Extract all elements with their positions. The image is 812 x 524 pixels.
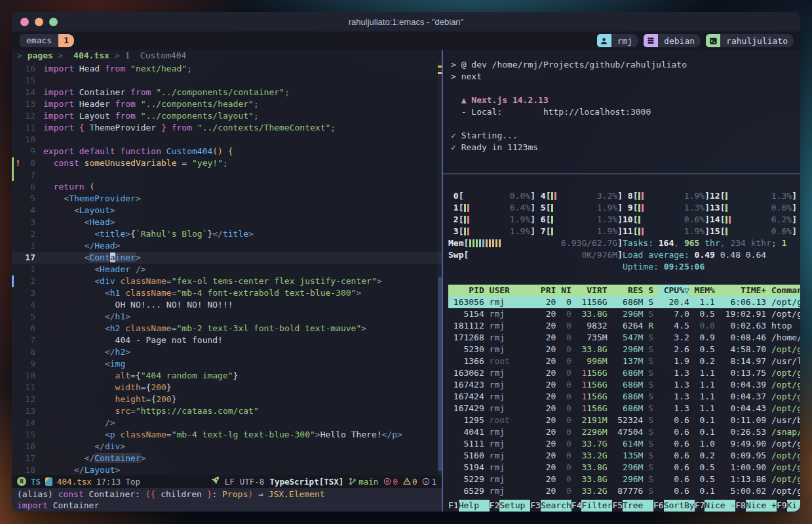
statusline: N TS 404.tsx 17:13 Top LF UTF-8 TypeScri…	[12, 475, 442, 488]
code-line[interactable]: 6 return (	[12, 181, 442, 193]
process-row[interactable]: 163056rmj2001156G686MS20.41.16:06.13/opt…	[448, 296, 800, 308]
process-row[interactable]: 171268rmj200735M547MS3.20.90:08.46/home/…	[448, 332, 800, 344]
code-line[interactable]: 15 <p className="mb-4 text-lg text-blue-…	[12, 429, 442, 441]
process-row[interactable]: 5194rmj20033.8G296MS0.60.51:00.90/opt/go	[448, 462, 800, 474]
server-icon	[644, 34, 658, 47]
cpu-meter-7: 7[1.9%]	[535, 226, 623, 237]
cpu-meter-3: 3[1.9%]	[448, 226, 535, 237]
cpu-meters: 0[0.0%]4[3.2%]8[1.9%]12[1.3%]1[6.4%]5[1.…	[448, 190, 800, 237]
shell-pane[interactable]: > @ dev /home/rmj/Projects/github/rahulj…	[443, 50, 800, 173]
code-line[interactable]: 13 src="https://cataas.com/cat"	[12, 405, 442, 417]
error-icon	[383, 477, 391, 485]
session-badge-label: rahuljuliato	[720, 34, 794, 47]
text-cursor: a	[110, 252, 115, 262]
code-line[interactable]: 12import Layout from "../components/layo…	[12, 110, 442, 122]
encoding: UTF-8	[240, 477, 265, 487]
code-line[interactable]: 15	[12, 75, 442, 87]
process-row[interactable]: 167424rmj2001156G686MS1.31.10:04.37/opt/…	[448, 391, 800, 403]
process-row[interactable]: 5160rmj20033.2G135MS0.60.20:09.95/opt/go	[448, 450, 800, 462]
code-line[interactable]: 9 <img	[12, 358, 442, 370]
fkey-f2[interactable]: F2Setup	[490, 500, 531, 512]
tmux-window-index-badge: 1	[58, 34, 74, 47]
process-row[interactable]: 167423rmj2001156G686MS1.31.10:04.39/opt/…	[448, 379, 800, 391]
code-line[interactable]: 11 width={200}	[12, 382, 442, 393]
fkey-f3[interactable]: F3Search	[530, 500, 571, 512]
fkey-f9[interactable]: F9Ki	[777, 500, 800, 512]
echo-area: (alias) const Container: ({ children }: …	[12, 488, 442, 512]
code-line[interactable]: 3 <h1 className="mb-4 font-extrabold tex…	[12, 287, 442, 299]
rocket-icon	[211, 476, 220, 487]
process-row[interactable]: 4041rmj2002296M47504S0.60.10:26.53/snap/…	[448, 426, 800, 438]
diagnostic-infos: 1	[422, 477, 436, 487]
code-line[interactable]: 2 <title>{`Rahul's Blog`}</title>	[12, 228, 442, 240]
code-line[interactable]: 7	[12, 169, 442, 181]
code-line[interactable]: 12 height={200}	[12, 393, 442, 405]
memory-meter: Mem[6.93G/62.7G]	[448, 237, 623, 249]
process-table-header[interactable]: PIDUSERPRINIVIRTRESSCPU%▽MEM%TIME+Comman…	[448, 285, 800, 296]
cpu-meter-1: 1[6.4%]	[448, 202, 535, 214]
code-line[interactable]: 1 </Head>	[12, 240, 442, 252]
process-row[interactable]: 1366root200996M137MS1.90.28:14.97/usr/li	[448, 355, 800, 367]
cpu-meter-8: 8[1.9%]	[623, 190, 710, 202]
code-line[interactable]: 5 <ThemeProvider>	[12, 193, 442, 205]
user-badge-label: rmj	[611, 34, 638, 47]
code-line[interactable]: 11import { ThemeProvider } from "../cont…	[12, 122, 442, 134]
fkey-f5[interactable]: F5Tree	[612, 500, 653, 512]
uptime-line: Uptime: 09:25:06	[623, 261, 787, 273]
code-line[interactable]: 9export default function Custom404() {	[12, 146, 442, 157]
fkey-f1[interactable]: F1Help	[448, 500, 490, 512]
code-line[interactable]: 3 <Head>	[12, 216, 442, 228]
code-line[interactable]: 8 </h2>	[12, 346, 442, 358]
code-line[interactable]: 10 alt={"404 random image"}	[12, 370, 442, 382]
user-icon	[597, 34, 611, 47]
cpu-meter-15: 15[0.6%]	[710, 226, 797, 237]
process-row[interactable]: 5111rmj20033.7G614MS0.61.09:49.90/opt/go	[448, 438, 800, 450]
memory-meters: Mem[6.93G/62.7G]Swp[0K/976M]	[448, 237, 623, 273]
code-line[interactable]: 18 </Layout>	[12, 464, 442, 475]
code-line[interactable]: 17 </Container>	[12, 453, 442, 464]
tasks-info: Tasks: 164, 965 thr, 234 kthr; 1Load ave…	[623, 237, 787, 273]
code-line[interactable]: 4 OH NO!... NO! NO! NO!!!	[12, 299, 442, 311]
process-row[interactable]: 5154rmj20033.8G296MS7.00.519:02.91/opt/g…	[448, 308, 800, 320]
code-line[interactable]: 4 <Layout>	[12, 205, 442, 216]
filetype: TypeScript[TSX]	[269, 477, 343, 487]
code-line[interactable]: 16 </div>	[12, 441, 442, 453]
fkey-f7[interactable]: F7Nice -	[695, 500, 736, 512]
htop-pane: 0[0.0%]4[3.2%]8[1.9%]12[1.3%]1[6.4%]5[1.…	[443, 174, 800, 512]
code-line[interactable]: 1 <Header />	[12, 264, 442, 275]
statusline-filename: 404.tsx	[57, 477, 92, 487]
tmux-window-tab[interactable]: emacs 1	[20, 34, 74, 47]
code-line[interactable]: 2 <div className="fex-ol tems-center fle…	[12, 275, 442, 287]
eol-format: LF	[225, 477, 235, 487]
code-line[interactable]: 5 </h1>	[12, 311, 442, 323]
code-line[interactable]: 13import Header from "../components/head…	[12, 98, 442, 110]
code-line[interactable]: 6 <h2 className="mb-2 text-3xl font-bold…	[12, 323, 442, 334]
process-row[interactable]: 5230rmj20033.8G296MS2.60.54:58.70/opt/go	[448, 344, 800, 355]
cpu-meter-9: 9[1.3%]	[623, 202, 710, 214]
swap-meter: Swp[0K/976M]	[448, 249, 623, 261]
file-icon	[45, 477, 52, 486]
fkey-f8[interactable]: F8Nice +	[735, 500, 777, 512]
code-line[interactable]: 10	[12, 134, 442, 146]
process-row[interactable]: 167429rmj2001156G686MS1.31.10:04.43/opt/…	[448, 403, 800, 414]
code-line[interactable]: 14import Container from "../components/c…	[12, 87, 442, 98]
diagnostic-errors: 0	[383, 477, 398, 487]
typescript-lang-icon: TS	[31, 477, 41, 487]
process-row[interactable]: 181112rmj20098326264R4.50.00:02.63htop	[448, 320, 800, 332]
tmux-window-name: emacs	[20, 34, 58, 47]
cursor-position: 17:13	[96, 477, 121, 487]
code-line[interactable]: 14 />	[12, 417, 442, 429]
code-line[interactable]: !8 const someUnusedVariable = "yey!";	[12, 157, 442, 169]
tmux-right-badges: rmj debian rahuljuliato	[597, 34, 794, 47]
fkey-f4[interactable]: F4Filter	[571, 500, 613, 512]
process-row[interactable]: 163062rmj2001156G686MS1.31.10:13.75/opt/…	[448, 367, 800, 379]
process-row[interactable]: 5229rmj20033.8G296MS0.60.51:13.86/opt/go	[448, 474, 800, 485]
process-row[interactable]: 6529rmj20033.2G87776S0.60.15:00.02/opt/g…	[448, 485, 800, 497]
code-line[interactable]: 16import Head from "next/head";	[12, 63, 442, 75]
code-line[interactable]: 17 <Container>	[12, 252, 442, 264]
code-line[interactable]: 7 404 - Page not found!	[12, 334, 442, 346]
process-row[interactable]: 1295root2002191M52324S0.60.10:11.09/usr/…	[448, 414, 800, 426]
breadcrumb[interactable]: > pages > 404.tsx > 1 Custom404	[12, 50, 442, 62]
host-badge: debian	[644, 34, 701, 47]
fkey-f6[interactable]: F6SortBy	[653, 500, 695, 512]
